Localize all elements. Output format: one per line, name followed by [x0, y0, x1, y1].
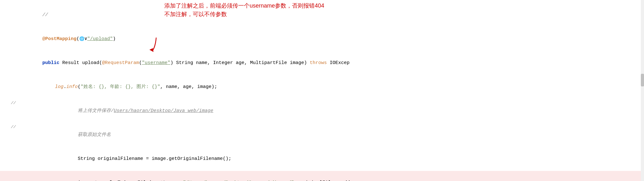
- content-4: log.info("姓名: {}, 年龄: {}, 图片: {}", name,…: [19, 76, 644, 98]
- log-call: log: [55, 84, 64, 90]
- content-6: 获取原始文件名: [19, 124, 644, 146]
- line-3: public Result upload(@RequestParam("user…: [0, 51, 644, 75]
- content-3: public Result upload(@RequestParam("user…: [19, 52, 644, 74]
- paren3: ) String name, Integer age, MultipartFil…: [170, 60, 310, 66]
- paren-open: (: [76, 36, 79, 42]
- gutter-7: [0, 148, 19, 149]
- gutter-1: [0, 4, 19, 5]
- content-7: String originalFilename = image.getOrigi…: [19, 148, 644, 170]
- gutter-8: [0, 172, 19, 172]
- gutter-3: [0, 52, 19, 53]
- gutter-6: //: [0, 124, 19, 129]
- line-7: String originalFilename = image.getOrigi…: [0, 147, 644, 171]
- content-8: image.transferTo(new File( pathname: "/U…: [19, 172, 644, 181]
- upload-path: "/upload": [87, 36, 113, 42]
- gutter-2: [0, 28, 19, 29]
- line-1: //: [0, 3, 644, 27]
- path-save: Users/haoran/Desktop/Java web/image: [114, 108, 213, 114]
- gutter-4: [0, 76, 19, 77]
- comment-filename: 获取原始文件名: [55, 132, 111, 137]
- line-2: @PostMapping(🌐∨"/upload"): [0, 27, 644, 51]
- space1: Result: [59, 60, 82, 66]
- globe-icon: 🌐: [79, 37, 84, 41]
- comment-save: 将上传文件保存/: [55, 108, 114, 114]
- editor-container: 添加了注解之后，前端必须传一个username参数，否则报错404 不加注解，可…: [0, 0, 644, 181]
- line-8: image.transferTo(new File( pathname: "/U…: [0, 171, 644, 181]
- paren2: (: [139, 60, 142, 66]
- content-1: //: [19, 4, 644, 26]
- content-5: 将上传文件保存/Users/haoran/Desktop/Java web/im…: [19, 100, 644, 122]
- paren-close: ): [113, 36, 116, 42]
- throws-keyword: throws: [310, 60, 327, 66]
- scrollbar-thumb[interactable]: [641, 74, 644, 86]
- username-string: "username": [142, 60, 170, 66]
- line-5: // 将上传文件保存/Users/haoran/Desktop/Java web…: [0, 99, 644, 123]
- log-string: "姓名: {}, 年龄: {}, 图片: {}": [81, 84, 160, 90]
- line-4: log.info("姓名: {}, 年龄: {}, 图片: {}", name,…: [0, 75, 644, 99]
- chevron-icon: ∨: [84, 36, 87, 42]
- exception-name: IOExcep: [327, 60, 349, 66]
- method-upload: upload(: [82, 60, 102, 66]
- string-type: String originalFilename = image.getOrigi…: [55, 156, 231, 161]
- keyword-public: public: [42, 60, 59, 66]
- request-param: @RequestParam: [102, 60, 139, 66]
- dot1: .: [64, 84, 66, 90]
- content-2: @PostMapping(🌐∨"/upload"): [19, 28, 644, 50]
- log-args: (: [78, 84, 81, 90]
- gutter-5: //: [0, 100, 19, 105]
- log-rest: , name, age, image);: [160, 84, 217, 90]
- line-6: // 获取原始文件名: [0, 123, 644, 147]
- scrollbar-track[interactable]: [641, 0, 644, 181]
- comment-slash: //: [42, 12, 48, 18]
- post-mapping-annotation: @PostMapping: [42, 36, 76, 42]
- info-call: info: [66, 84, 78, 90]
